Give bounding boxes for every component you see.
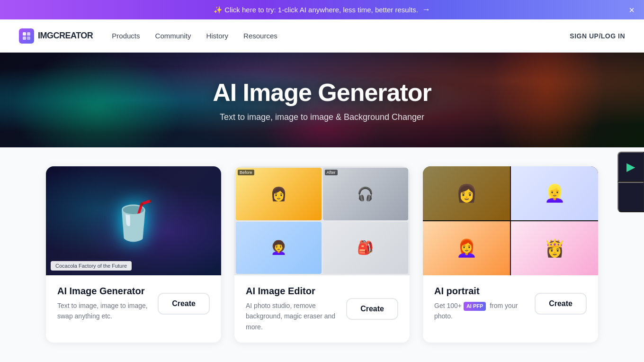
card-1-image-label: Cocacola Factory of the Future — [51, 261, 132, 271]
card-2-img-cell-4: 🎒 — [323, 222, 409, 274]
card-ai-portrait: 👩 👱‍♀️ 👩‍🦰 👸 AI portrait Get 100+ AI PFP… — [423, 166, 598, 343]
banner-arrow: → — [422, 5, 430, 15]
after-label: After — [325, 170, 338, 175]
navbar: IMGCREATOR Products Community History Re… — [0, 19, 644, 53]
card-3-img-cell-4: 👸 — [511, 221, 598, 275]
card-3-text: AI portrait Get 100+ AI PFP from your ph… — [434, 286, 525, 322]
banner-close-button[interactable]: × — [629, 5, 635, 15]
card-3-image: 👩 👱‍♀️ 👩‍🦰 👸 — [423, 166, 598, 275]
card-2-title: AI Image Editor — [246, 286, 337, 297]
before-label: Before — [238, 170, 254, 175]
logo-text: IMGCREATOR — [38, 31, 93, 41]
card-2-img-cell-1: Before 👩 — [236, 168, 322, 220]
google-play-button[interactable]: ▶ — [617, 152, 644, 182]
card-3-img-cell-2: 👱‍♀️ — [511, 166, 598, 220]
card-3-body: AI portrait Get 100+ AI PFP from your ph… — [423, 275, 598, 332]
card-2-desc: AI photo studio, remove background, magi… — [246, 300, 337, 332]
card-1-create-button[interactable]: Create — [158, 293, 210, 315]
banner-text: ✨ Click here to try: 1-click AI anywhere… — [214, 6, 418, 14]
nav-link-community[interactable]: Community — [155, 32, 191, 40]
card-1-desc: Text to image, image to image, swap anyt… — [57, 300, 148, 322]
card-3-desc: Get 100+ AI PFP from your photo. — [434, 300, 525, 322]
card-3-img-cell-3: 👩‍🦰 — [423, 221, 510, 275]
card-2-image: Before 👩 After 🎧 👩‍🦱 🎒 — [234, 166, 410, 275]
card-2-img-cell-3: 👩‍🦱 — [236, 222, 322, 274]
card-1-title: AI Image Generator — [57, 286, 148, 297]
nav-links: Products Community History Resources — [112, 32, 277, 40]
card-1-image: Cocacola Factory of the Future — [46, 166, 221, 275]
card-2-img-cell-2: After 🎧 — [323, 168, 409, 220]
navbar-left: IMGCREATOR Products Community History Re… — [19, 28, 277, 44]
svg-rect-2 — [23, 36, 26, 40]
card-ai-image-editor: Before 👩 After 🎧 👩‍🦱 🎒 AI Image Editor A… — [234, 166, 410, 343]
hero-subtitle: Text to image, image to image & Backgrou… — [213, 112, 431, 122]
top-banner: ✨ Click here to try: 1-click AI anywhere… — [0, 0, 644, 19]
nav-item-history[interactable]: History — [206, 32, 228, 40]
svg-rect-0 — [23, 32, 26, 36]
logo-icon — [19, 28, 34, 44]
hero-section: AI Image Generator Text to image, image … — [0, 53, 644, 147]
hero-title: AI Image Generator — [213, 78, 431, 107]
svg-rect-1 — [27, 32, 30, 36]
svg-rect-3 — [27, 36, 30, 40]
card-3-ai-tag: AI PFP — [464, 302, 486, 311]
hero-content: AI Image Generator Text to image, image … — [203, 69, 441, 132]
nav-item-resources[interactable]: Resources — [243, 32, 277, 40]
cards-section: Cocacola Factory of the Future AI Image … — [0, 147, 644, 362]
card-2-body: AI Image Editor AI photo studio, remove … — [234, 275, 410, 343]
card-2-create-button[interactable]: Create — [346, 298, 398, 320]
nav-link-history[interactable]: History — [206, 32, 228, 40]
google-play-icon: ▶ — [626, 160, 635, 173]
nav-link-resources[interactable]: Resources — [243, 32, 277, 40]
nav-link-products[interactable]: Products — [112, 32, 140, 40]
card-ai-image-generator: Cocacola Factory of the Future AI Image … — [46, 166, 221, 343]
card-3-img-cell-1: 👩 — [423, 166, 510, 220]
sign-in-button[interactable]: SIGN UP/LOG IN — [570, 32, 625, 40]
card-1-body: AI Image Generator Text to image, image … — [46, 275, 221, 332]
apple-store-button[interactable] — [617, 182, 644, 212]
card-2-text: AI Image Editor AI photo studio, remove … — [246, 286, 337, 332]
card-3-create-button[interactable]: Create — [535, 293, 587, 315]
card-1-text: AI Image Generator Text to image, image … — [57, 286, 148, 322]
nav-item-products[interactable]: Products — [112, 32, 140, 40]
nav-right: SIGN UP/LOG IN — [570, 32, 625, 40]
app-buttons-panel: ▶ — [617, 152, 644, 212]
card-3-title: AI portrait — [434, 286, 525, 297]
nav-item-community[interactable]: Community — [155, 32, 191, 40]
logo-link[interactable]: IMGCREATOR — [19, 28, 93, 44]
card-3-desc-prefix: Get 100+ — [434, 302, 464, 309]
